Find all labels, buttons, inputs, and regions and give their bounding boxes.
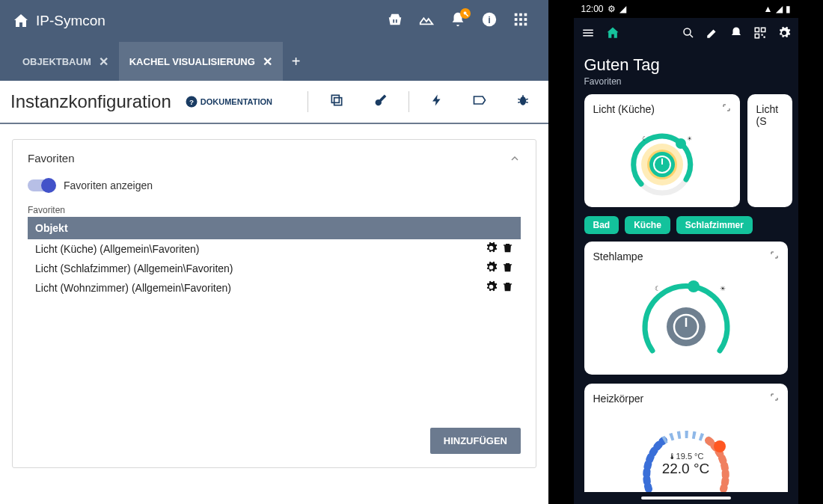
bell-icon[interactable] — [729, 26, 743, 43]
table-row[interactable]: Licht (Schlafzimmer) (Allgemein\Favorite… — [28, 259, 521, 278]
svg-rect-10 — [524, 23, 527, 26]
greeting-title: Guten Tag — [584, 55, 788, 75]
documentation-link[interactable]: ? DOKUMENTATION — [185, 95, 272, 108]
menu-icon[interactable] — [581, 26, 595, 43]
battery-icon: ▮ — [786, 4, 791, 14]
trash-icon[interactable] — [502, 242, 513, 256]
page-title: Instanzkonfiguration — [10, 91, 171, 112]
current-temp: 22.0 °C — [662, 461, 710, 477]
android-icon: ◢ — [619, 4, 626, 14]
toggle-label: Favoriten anzeigen — [64, 179, 153, 191]
tag-icon[interactable] — [465, 93, 495, 111]
page-header: Instanzkonfiguration ? DOKUMENTATION — [0, 81, 548, 124]
wrench-icon[interactable] — [365, 93, 395, 111]
svg-rect-23 — [755, 28, 759, 31]
svg-rect-24 — [761, 28, 765, 31]
admin-header: IP-Symcon i — [0, 0, 548, 42]
wifi-icon: ▲ — [764, 4, 773, 14]
svg-rect-8 — [515, 23, 518, 26]
home-icon[interactable] — [605, 25, 620, 43]
brand-logo[interactable]: IP-Symcon — [12, 12, 105, 30]
page-content: Instanzkonfiguration ? DOKUMENTATION Fav… — [0, 81, 548, 504]
light-dial[interactable]: ☾ ☀ — [619, 268, 753, 366]
svg-rect-6 — [519, 18, 522, 21]
svg-point-15 — [520, 96, 526, 105]
svg-line-16 — [518, 99, 520, 99]
svg-rect-3 — [519, 13, 522, 16]
card-heizkoerper[interactable]: Heizkörper 🌡19.5 °C 22.0 °C — [584, 384, 788, 492]
svg-rect-26 — [761, 34, 762, 36]
mobile-scroll[interactable]: Licht (Küche) ☾ ☀ — [574, 88, 798, 492]
toggle-row: Favoriten anzeigen — [28, 172, 521, 205]
trash-icon[interactable] — [502, 261, 513, 276]
grid-sublabel: Favoriten — [28, 205, 521, 215]
doc-label: DOKUMENTATION — [201, 97, 272, 106]
mobile-toolbar — [574, 18, 798, 51]
add-button[interactable]: HINZUFÜGEN — [430, 428, 521, 454]
panel-body: Favoriten anzeigen Favoriten Objekt Lich… — [13, 172, 536, 467]
favoriten-toggle[interactable] — [28, 179, 55, 191]
copy-icon[interactable] — [322, 93, 352, 111]
gear-icon[interactable] — [485, 280, 498, 295]
gear-icon[interactable] — [485, 242, 498, 256]
close-icon[interactable]: ✕ — [99, 55, 108, 69]
greeting-subtitle: Favoriten — [584, 76, 788, 87]
fav-card-licht-partial[interactable]: Licht (S — [747, 94, 792, 207]
admin-panel: IP-Symcon i OBJEKTBAUM ✕ KACHEL VISUALIS… — [0, 0, 548, 504]
chip-kueche[interactable]: Küche — [625, 216, 670, 234]
expand-icon[interactable] — [770, 393, 779, 402]
chip-bad[interactable]: Bad — [584, 216, 619, 234]
nav-handle[interactable] — [641, 497, 731, 500]
info-icon[interactable]: i — [481, 11, 498, 31]
close-icon[interactable]: ✕ — [263, 55, 272, 69]
tab-add-button[interactable]: + — [283, 53, 310, 70]
svg-rect-25 — [755, 34, 759, 38]
favoriten-grid: Objekt Licht (Küche) (Allgemein\Favorite… — [28, 217, 521, 417]
bug-icon[interactable] — [508, 93, 538, 111]
thermometer-icon: 🌡 — [668, 452, 676, 461]
search-icon[interactable] — [682, 26, 695, 43]
light-dial[interactable]: ☾ ☀ — [614, 120, 711, 198]
chip-schlafzimmer[interactable]: Schlafzimmer — [676, 216, 753, 234]
svg-text:☾: ☾ — [642, 135, 647, 142]
svg-point-40 — [688, 280, 700, 292]
table-row[interactable]: Licht (Wohnzimmer) (Allgemein\Favoriten) — [28, 278, 521, 298]
svg-rect-2 — [515, 13, 518, 16]
brand-text: IP-Symcon — [36, 13, 105, 29]
card-title: Stehlampe — [593, 251, 779, 262]
svg-point-43 — [714, 440, 726, 452]
mobile-screen: 12:00 ⚙ ◢ ▲ ◢ ▮ Guten Tag Favoriten — [574, 0, 798, 504]
gear-icon[interactable] — [485, 261, 498, 276]
favorites-row: Licht (Küche) ☾ ☀ — [574, 88, 798, 216]
settings-icon[interactable] — [777, 26, 791, 43]
tab-bar: OBJEKTBAUM ✕ KACHEL VISUALISIERUNG ✕ + — [0, 42, 548, 81]
signal-icon: ◢ — [776, 4, 783, 14]
tab-objektbaum[interactable]: OBJEKTBAUM ✕ — [12, 42, 119, 81]
fav-card-licht-kueche[interactable]: Licht (Küche) ☾ ☀ — [584, 94, 740, 207]
apps-icon[interactable] — [513, 11, 529, 31]
svg-point-21 — [684, 28, 691, 35]
edit-icon[interactable] — [706, 26, 719, 43]
chevron-up-icon — [509, 153, 521, 165]
svg-text:?: ? — [189, 98, 194, 106]
help-icon: ? — [185, 95, 198, 108]
expand-icon[interactable] — [770, 251, 779, 259]
qr-icon[interactable] — [753, 26, 767, 43]
card-stehlampe[interactable]: Stehlampe ☾ ☀ — [584, 242, 788, 375]
svg-rect-9 — [519, 23, 522, 26]
bell-icon[interactable] — [450, 11, 466, 31]
trash-icon[interactable] — [502, 280, 513, 295]
svg-text:☀: ☀ — [720, 285, 726, 292]
tab-kachel-visualisierung[interactable]: KACHEL VISUALISIERUNG ✕ — [119, 42, 283, 81]
bolt-icon[interactable] — [423, 93, 451, 111]
thermo-dial[interactable]: 🌡19.5 °C 22.0 °C — [619, 411, 753, 492]
basket-icon[interactable] — [387, 11, 403, 31]
svg-rect-4 — [524, 13, 527, 16]
favoriten-panel: Favoriten Favoriten anzeigen Favoriten O… — [12, 139, 536, 468]
panel-header[interactable]: Favoriten — [13, 140, 536, 172]
expand-icon[interactable] — [722, 103, 731, 112]
activity-icon[interactable] — [418, 11, 435, 31]
house-icon — [12, 12, 30, 30]
card-title: Heizkörper — [593, 393, 779, 405]
table-row[interactable]: Licht (Küche) (Allgemein\Favoriten) — [28, 239, 521, 259]
